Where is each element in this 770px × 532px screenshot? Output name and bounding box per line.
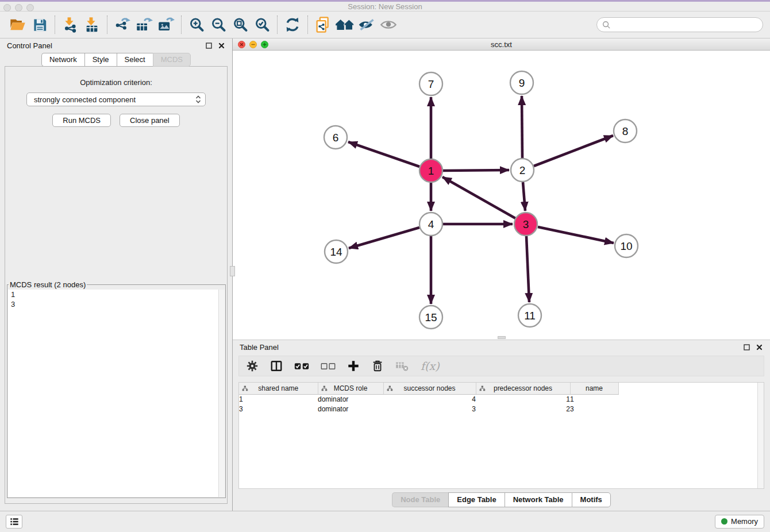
table-row[interactable]: 1 dominator 4 1 1 xyxy=(239,394,618,404)
delete-table-button-disabled[interactable] xyxy=(395,360,409,372)
graph-edge-3-10[interactable] xyxy=(538,227,614,243)
zoom-fit-icon xyxy=(232,17,248,33)
search-box[interactable] xyxy=(596,17,763,32)
graph-node-1-selected[interactable]: 1 xyxy=(419,159,442,182)
column-header-shared-name[interactable]: shared name xyxy=(239,383,318,394)
export-image-button[interactable] xyxy=(155,14,177,36)
cell-predecessor-nodes[interactable]: 1 xyxy=(476,394,570,404)
cell-mcds-role[interactable]: dominator xyxy=(318,404,383,414)
cell-successor-nodes[interactable]: 3 xyxy=(383,404,476,414)
import-table-button[interactable] xyxy=(81,14,103,36)
save-floppy-icon xyxy=(32,17,48,33)
plus-icon xyxy=(347,360,360,372)
import-network-button[interactable] xyxy=(59,14,81,36)
window-minimize-button[interactable] xyxy=(15,4,22,11)
clone-network-button[interactable] xyxy=(312,14,334,36)
graph-node-10[interactable]: 10 xyxy=(615,234,638,257)
graph-node-3-selected[interactable]: 3 xyxy=(514,213,537,236)
home-button[interactable] xyxy=(334,14,356,36)
column-header-successor-nodes[interactable]: successor nodes xyxy=(383,383,476,394)
graph-node-8[interactable]: 8 xyxy=(614,119,637,142)
tab-mcds[interactable]: MCDS xyxy=(153,53,191,67)
graph-edge-1-6[interactable] xyxy=(348,142,419,167)
tab-edge-table[interactable]: Edge Table xyxy=(448,492,504,507)
window-close-button[interactable] xyxy=(3,4,11,11)
cell-shared-name[interactable]: 1 xyxy=(239,394,318,404)
table-row[interactable]: 3 dominator 3 2 3 xyxy=(239,404,618,414)
refresh-button[interactable] xyxy=(282,14,303,36)
zoom-out-button[interactable] xyxy=(207,14,229,36)
tab-motifs[interactable]: Motifs xyxy=(572,492,611,507)
search-input[interactable] xyxy=(614,21,757,29)
cell-successor-nodes[interactable]: 4 xyxy=(383,394,476,404)
network-close-button[interactable] xyxy=(238,41,245,48)
table-panel-float-button[interactable] xyxy=(743,344,750,351)
show-all-button[interactable] xyxy=(378,14,399,36)
add-column-button[interactable] xyxy=(347,360,360,372)
zoom-in-button[interactable] xyxy=(186,14,207,36)
result-scrollbar[interactable] xyxy=(218,290,225,497)
select-all-columns-button[interactable] xyxy=(294,362,309,371)
graph-edge-3-1[interactable] xyxy=(442,177,515,218)
task-history-button[interactable] xyxy=(6,515,22,529)
graph-node-14[interactable]: 14 xyxy=(325,240,348,263)
zoom-fit-button[interactable] xyxy=(229,14,251,36)
search-icon xyxy=(602,21,611,29)
table-scrollbar[interactable] xyxy=(757,383,764,488)
control-panel-float-button[interactable] xyxy=(205,42,213,49)
tab-select[interactable]: Select xyxy=(117,53,153,67)
tab-network[interactable]: Network xyxy=(41,53,84,67)
tab-node-table[interactable]: Node Table xyxy=(392,492,448,507)
function-builder-button-disabled[interactable]: f(x) xyxy=(421,360,440,372)
window-maximize-button[interactable] xyxy=(26,4,34,11)
hide-selected-button[interactable] xyxy=(356,14,378,36)
memory-button[interactable]: Memory xyxy=(715,515,764,529)
control-panel-close-button[interactable] xyxy=(218,42,225,49)
column-header-name[interactable]: name xyxy=(570,383,618,394)
toolbar-separator xyxy=(107,16,107,34)
graph-edge-2-3[interactable] xyxy=(523,182,525,211)
optimization-criterion-select[interactable]: strongly connected component xyxy=(26,92,206,106)
graph-node-6[interactable]: 6 xyxy=(324,126,347,149)
export-table-button[interactable] xyxy=(133,14,155,36)
deselect-all-columns-button[interactable] xyxy=(321,362,336,371)
column-header-predecessor-nodes[interactable]: predecessor nodes xyxy=(476,383,570,394)
tab-style[interactable]: Style xyxy=(84,53,117,67)
mcds-result-list[interactable]: 1 3 xyxy=(8,290,225,497)
graph-node-15[interactable]: 15 xyxy=(419,306,442,329)
column-header-mcds-role[interactable]: MCDS role xyxy=(318,383,383,394)
graph-edge-1-2[interactable] xyxy=(443,170,509,171)
cell-shared-name[interactable]: 3 xyxy=(239,404,318,414)
cell-name[interactable]: 3 xyxy=(570,404,618,414)
graph-node-4[interactable]: 4 xyxy=(419,213,442,236)
graph-node-9[interactable]: 9 xyxy=(510,71,533,94)
graph-node-11[interactable]: 11 xyxy=(518,304,541,327)
save-session-button[interactable] xyxy=(29,14,51,36)
delete-column-button[interactable] xyxy=(371,360,384,372)
close-panel-button[interactable]: Close panel xyxy=(120,114,180,127)
network-minimize-button[interactable] xyxy=(249,41,257,48)
splitter-grip[interactable] xyxy=(498,336,506,339)
cell-name[interactable]: 1 xyxy=(570,394,618,404)
tab-network-table[interactable]: Network Table xyxy=(505,492,572,507)
table-settings-button[interactable] xyxy=(246,360,259,372)
network-canvas[interactable]: 7 9 6 8 1 2 4 3 14 10 15 11 xyxy=(233,51,770,336)
cell-mcds-role[interactable]: dominator xyxy=(318,394,383,404)
mcds-result-item[interactable]: 3 xyxy=(8,299,225,309)
graph-edge-3-11[interactable] xyxy=(526,236,529,302)
graph-node-7[interactable]: 7 xyxy=(419,72,442,95)
split-columns-button[interactable] xyxy=(270,360,283,372)
graph-edge-2-9[interactable] xyxy=(522,96,522,158)
graph-edge-2-8[interactable] xyxy=(534,136,613,166)
table-panel-close-button[interactable] xyxy=(756,344,763,351)
export-network-button[interactable] xyxy=(111,14,133,36)
graph-edge-4-14[interactable] xyxy=(349,228,419,248)
panel-splitter-grip[interactable] xyxy=(230,266,235,276)
network-maximize-button[interactable] xyxy=(261,41,268,48)
zoom-selected-button[interactable] xyxy=(251,14,273,36)
run-mcds-button[interactable]: Run MCDS xyxy=(52,114,111,127)
cell-predecessor-nodes[interactable]: 2 xyxy=(476,404,570,414)
mcds-result-item[interactable]: 1 xyxy=(8,290,225,299)
open-session-button[interactable] xyxy=(7,14,29,36)
graph-node-2[interactable]: 2 xyxy=(511,159,534,182)
